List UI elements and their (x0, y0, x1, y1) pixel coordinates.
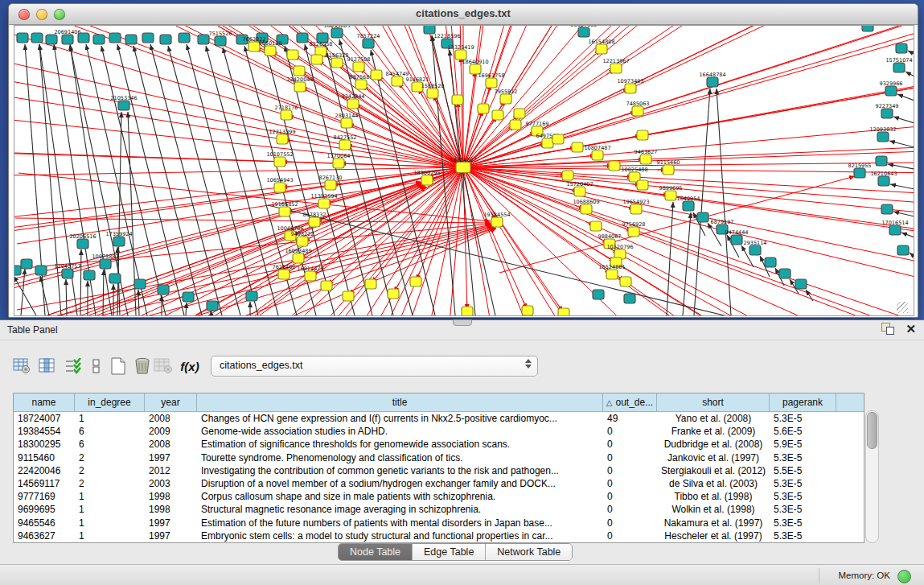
graph-node[interactable] (630, 204, 642, 214)
node-table[interactable]: namein_degreeyeartitle△out_de...shortpag… (13, 393, 864, 543)
graph-node[interactable] (353, 62, 364, 72)
graph-node[interactable] (311, 55, 322, 64)
graph-node[interactable] (179, 33, 190, 43)
window-titlebar[interactable]: citations_edges.txt (9, 4, 918, 25)
graph-node[interactable] (278, 270, 290, 279)
table-row[interactable]: 946362711997Embryonic stem cells: a mode… (14, 529, 864, 542)
tab-network-table[interactable]: Network Table (486, 544, 572, 560)
graph-node[interactable] (246, 291, 257, 301)
column-header-short[interactable]: short (657, 393, 770, 411)
graph-node[interactable] (478, 104, 489, 113)
graph-node[interactable] (765, 257, 776, 267)
graph-node[interactable] (331, 28, 343, 38)
graph-node[interactable] (889, 225, 901, 235)
graph-node[interactable] (325, 180, 336, 190)
table-row[interactable]: 1456911722003Disruption of a novel membe… (14, 477, 864, 490)
graph-node[interactable] (610, 64, 622, 73)
column-header-name[interactable]: name (14, 393, 75, 411)
graph-node[interactable] (134, 279, 146, 289)
graph-node[interactable] (581, 204, 592, 214)
table-row[interactable]: 977716911998Corpus callosum shape and si… (14, 490, 864, 503)
graph-node[interactable] (21, 259, 32, 269)
graph-node[interactable] (265, 46, 276, 56)
table-row[interactable]: 1872400712008Changes of HCN gene express… (14, 412, 864, 425)
graph-node[interactable] (363, 39, 374, 48)
graph-node[interactable] (274, 183, 285, 192)
resize-grip[interactable] (897, 302, 908, 313)
graph-node[interactable] (896, 43, 907, 53)
graph-node[interactable] (158, 285, 169, 295)
graph-node[interactable] (347, 99, 359, 109)
graph-node[interactable] (421, 175, 433, 185)
graph-node[interactable] (198, 35, 209, 44)
network-canvas[interactable]: 2069140675155261603380378572248813054122… (14, 25, 914, 316)
graph-node[interactable] (371, 70, 382, 80)
graph-node[interactable] (514, 109, 525, 118)
graph-node[interactable] (294, 66, 305, 76)
graph-node[interactable] (333, 159, 344, 168)
graph-node[interactable] (640, 154, 651, 164)
graph-node[interactable] (118, 101, 129, 110)
graph-node[interactable] (510, 120, 521, 130)
graph-node[interactable] (731, 235, 742, 245)
graph-node[interactable] (854, 168, 865, 178)
column-header-title[interactable]: title (197, 393, 603, 411)
graph-node[interactable] (574, 187, 585, 196)
graph-node[interactable] (279, 207, 290, 216)
graph-node[interactable] (606, 270, 618, 279)
graph-node[interactable] (100, 259, 111, 269)
graph-node[interactable] (318, 199, 330, 208)
graph-node[interactable] (881, 109, 893, 118)
function-builder-icon[interactable]: f(x) (180, 356, 199, 377)
table-tabs[interactable]: Node TableEdge TableNetwork Table (338, 543, 573, 561)
graph-node[interactable] (183, 292, 194, 302)
graph-node[interactable] (697, 212, 708, 222)
table-selector-dropdown[interactable]: citations_edges.txt (211, 356, 538, 377)
graph-node[interactable] (779, 269, 791, 278)
table-row[interactable]: 969969511998Structural magnetic resonanc… (14, 503, 864, 516)
graph-node[interactable] (885, 86, 897, 96)
table-row[interactable]: 911546021997Tourette syndrome. Phenomeno… (14, 451, 864, 464)
graph-node[interactable] (558, 308, 569, 315)
graph-node[interactable] (305, 271, 316, 281)
graph-node[interactable] (294, 82, 306, 92)
table-row[interactable]: 1830029562008Estimation of significance … (14, 438, 864, 451)
graph-node[interactable] (84, 270, 95, 280)
graph-node[interactable] (624, 294, 635, 303)
select-all-icon[interactable] (64, 356, 83, 377)
graph-node[interactable] (592, 150, 603, 160)
graph-node[interactable] (331, 58, 343, 68)
column-header-indegree[interactable]: in_degree (75, 393, 145, 411)
graph-node[interactable] (593, 290, 604, 299)
graph-node[interactable] (297, 33, 308, 43)
graph-node[interactable] (274, 157, 285, 167)
tab-edge-table[interactable]: Edge Table (413, 544, 486, 560)
graph-node[interactable] (160, 35, 171, 44)
graph-node[interactable] (749, 245, 761, 255)
graph-node[interactable] (287, 50, 298, 60)
graph-node[interactable] (77, 239, 88, 249)
graph-node[interactable] (590, 221, 602, 231)
graph-node[interactable] (277, 134, 288, 144)
graph-node[interactable] (456, 163, 470, 173)
new-table-icon[interactable] (109, 356, 128, 377)
graph-node[interactable] (877, 132, 889, 142)
graph-node[interactable] (321, 281, 332, 290)
tab-node-table[interactable]: Node Table (339, 544, 413, 560)
graph-node[interactable] (492, 110, 503, 120)
table-scrollbar-thumb[interactable] (867, 412, 877, 449)
float-panel-icon[interactable] (881, 323, 894, 335)
graph-node[interactable] (878, 176, 889, 186)
graph-node[interactable] (392, 76, 403, 86)
graph-node[interactable] (637, 180, 648, 190)
graph-node[interactable] (297, 237, 308, 246)
graph-node[interactable] (795, 279, 807, 289)
graph-node[interactable] (293, 253, 304, 263)
graph-node[interactable] (663, 165, 674, 175)
graph-node[interactable] (93, 35, 105, 44)
graph-node[interactable] (609, 161, 620, 171)
table-row[interactable]: 2242004622012Investigating the contribut… (14, 464, 864, 477)
graph-node[interactable] (17, 33, 28, 43)
graph-node[interactable] (309, 217, 320, 227)
column-header-outde[interactable]: △out_de... (603, 393, 657, 411)
